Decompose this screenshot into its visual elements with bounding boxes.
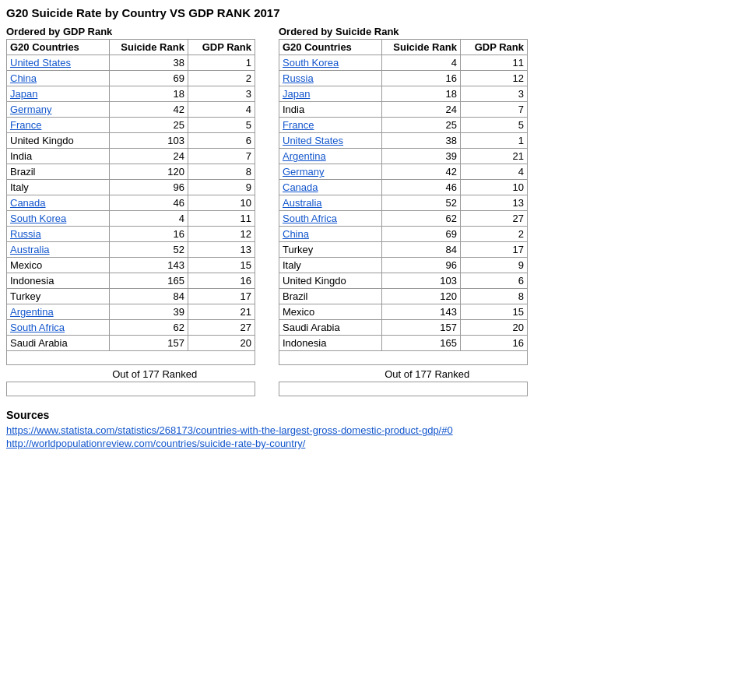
- right-country-cell[interactable]: Germany: [279, 164, 382, 180]
- right-suicide-cell: 143: [381, 304, 460, 320]
- left-country-cell: Italy: [7, 180, 110, 195]
- left-table-row: Turkey8417: [7, 289, 255, 304]
- right-country-cell: United Kingdo: [279, 273, 382, 289]
- right-country-cell[interactable]: South Africa: [279, 211, 382, 227]
- right-country-cell[interactable]: France: [279, 118, 382, 133]
- right-suicide-cell: 16: [381, 71, 460, 86]
- left-country-cell[interactable]: South Korea: [7, 211, 110, 227]
- right-header-row: G20 Countries Suicide Rank GDP Rank: [279, 40, 528, 55]
- right-suicide-cell: 46: [381, 180, 460, 195]
- right-country-cell[interactable]: United States: [279, 133, 382, 149]
- left-country-cell[interactable]: France: [7, 118, 110, 133]
- left-gdp-cell: 2: [188, 71, 255, 86]
- right-country-cell[interactable]: Australia: [279, 195, 382, 211]
- left-suicide-cell: 165: [109, 273, 188, 289]
- right-out-of-row: Out of 177 Ranked: [279, 365, 528, 382]
- left-gdp-cell: 27: [188, 320, 255, 336]
- right-gdp-cell: 2: [460, 227, 527, 242]
- left-suicide-cell: 24: [109, 149, 188, 164]
- left-table-row: South Korea411: [7, 211, 255, 227]
- right-section-header: Ordered by Suicide Rank: [279, 26, 528, 37]
- right-suicide-cell: 38: [381, 133, 460, 149]
- right-country-cell[interactable]: Canada: [279, 180, 382, 195]
- right-country-cell[interactable]: Russia: [279, 71, 382, 86]
- left-gdp-cell: 3: [188, 86, 255, 102]
- right-gdp-cell: 4: [460, 164, 527, 180]
- right-country-cell: Saudi Arabia: [279, 320, 382, 336]
- right-suicide-cell: 25: [381, 118, 460, 133]
- right-table-row: Saudi Arabia15720: [279, 320, 528, 336]
- left-country-cell[interactable]: South Africa: [7, 320, 110, 336]
- left-out-of-row: Out of 177 Ranked: [7, 365, 255, 382]
- source-link[interactable]: http://worldpopulationreview.com/countri…: [6, 438, 742, 449]
- left-country-cell[interactable]: Russia: [7, 227, 110, 242]
- left-country-cell: Turkey: [7, 289, 110, 304]
- left-col-suicide: Suicide Rank: [109, 40, 188, 55]
- left-country-cell: Brazil: [7, 164, 110, 180]
- left-table-row: Australia5213: [7, 242, 255, 258]
- left-country-cell[interactable]: Germany: [7, 102, 110, 118]
- right-suicide-cell: 96: [381, 258, 460, 273]
- left-country-cell[interactable]: United States: [7, 55, 110, 71]
- left-table-row: India247: [7, 149, 255, 164]
- left-table-row: France255: [7, 118, 255, 133]
- left-suicide-cell: 69: [109, 71, 188, 86]
- right-suicide-cell: 157: [381, 320, 460, 336]
- left-header-row: G20 Countries Suicide Rank GDP Rank: [7, 40, 255, 55]
- left-country-cell[interactable]: Japan: [7, 86, 110, 102]
- right-empty-row: [279, 351, 528, 365]
- left-table-row: Argentina3921: [7, 304, 255, 320]
- left-suicide-cell: 4: [109, 211, 188, 227]
- right-table-row: Turkey8417: [279, 242, 528, 258]
- right-col-suicide: Suicide Rank: [381, 40, 460, 55]
- right-gdp-cell: 13: [460, 195, 527, 211]
- sources-section: Sources https://www.statista.com/statist…: [6, 409, 742, 449]
- right-table-row: Brazil1208: [279, 289, 528, 304]
- left-suicide-cell: 25: [109, 118, 188, 133]
- right-table-row: France255: [279, 118, 528, 133]
- left-gdp-cell: 13: [188, 242, 255, 258]
- right-country-cell: Indonesia: [279, 336, 382, 351]
- left-country-cell[interactable]: China: [7, 71, 110, 86]
- right-suicide-cell: 84: [381, 242, 460, 258]
- left-table-row: United States381: [7, 55, 255, 71]
- left-country-cell[interactable]: Australia: [7, 242, 110, 258]
- left-table-row: Italy969: [7, 180, 255, 195]
- right-table-row: India247: [279, 102, 528, 118]
- left-country-cell[interactable]: Canada: [7, 195, 110, 211]
- right-country-cell[interactable]: China: [279, 227, 382, 242]
- left-suicide-cell: 103: [109, 133, 188, 149]
- right-gdp-cell: 7: [460, 102, 527, 118]
- left-data-table: G20 Countries Suicide Rank GDP Rank Unit…: [6, 39, 255, 396]
- right-country-cell[interactable]: Argentina: [279, 149, 382, 164]
- main-title: G20 Suicide Rate by Country VS GDP RANK …: [6, 6, 742, 19]
- left-gdp-cell: 12: [188, 227, 255, 242]
- right-table-row: Japan183: [279, 86, 528, 102]
- left-suicide-cell: 42: [109, 102, 188, 118]
- right-suicide-cell: 165: [381, 336, 460, 351]
- right-table-row: Australia5213: [279, 195, 528, 211]
- right-gdp-cell: 10: [460, 180, 527, 195]
- left-gdp-cell: 21: [188, 304, 255, 320]
- left-table-row: Russia1612: [7, 227, 255, 242]
- left-country-cell: Mexico: [7, 258, 110, 273]
- right-gdp-cell: 17: [460, 242, 527, 258]
- left-gdp-cell: 15: [188, 258, 255, 273]
- right-table-row: Germany424: [279, 164, 528, 180]
- right-country-cell[interactable]: South Korea: [279, 55, 382, 71]
- right-country-cell: Italy: [279, 258, 382, 273]
- right-country-cell[interactable]: Japan: [279, 86, 382, 102]
- right-suicide-cell: 24: [381, 102, 460, 118]
- left-country-cell[interactable]: Argentina: [7, 304, 110, 320]
- right-table-row: Italy969: [279, 258, 528, 273]
- right-gdp-cell: 16: [460, 336, 527, 351]
- source-link[interactable]: https://www.statista.com/statistics/2681…: [6, 424, 742, 436]
- left-table-row: Canada4610: [7, 195, 255, 211]
- left-suicide-cell: 143: [109, 258, 188, 273]
- right-col-country: G20 Countries: [279, 40, 382, 55]
- left-gdp-cell: 6: [188, 133, 255, 149]
- right-suicide-cell: 103: [381, 273, 460, 289]
- left-gdp-cell: 4: [188, 102, 255, 118]
- right-gdp-cell: 21: [460, 149, 527, 164]
- right-suicide-cell: 120: [381, 289, 460, 304]
